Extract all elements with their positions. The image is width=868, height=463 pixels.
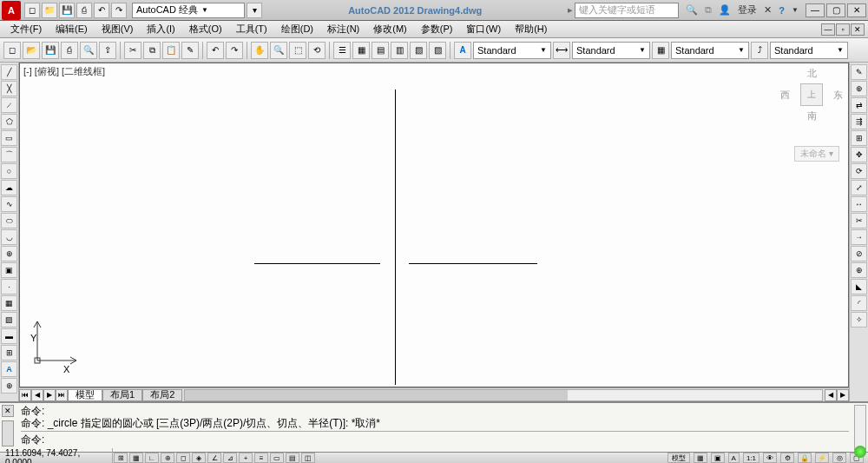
menu-tools[interactable]: 工具(T) — [229, 23, 274, 36]
ws-switch-icon[interactable]: ⚙ — [780, 453, 794, 463]
paste-icon[interactable]: 📋 — [162, 42, 180, 59]
doc-minimize-button[interactable]: — — [821, 23, 835, 36]
zoom-prev-icon[interactable]: ⟲ — [308, 42, 326, 59]
line-icon[interactable]: ╱ — [1, 64, 17, 80]
new-icon[interactable]: ◻ — [24, 3, 40, 18]
insert-icon[interactable]: ⊕ — [1, 246, 17, 261]
properties-icon[interactable]: ☰ — [333, 42, 351, 59]
chevron-down-icon[interactable]: ▼ — [792, 6, 799, 14]
doc-restore-button[interactable]: ▫ — [836, 23, 850, 36]
grid-toggle[interactable]: ▦ — [129, 453, 143, 463]
table-style-dropdown[interactable]: Standard▼ — [671, 42, 749, 59]
polar-toggle[interactable]: ⊕ — [161, 453, 174, 463]
cmd-vertical-scrollbar[interactable] — [854, 405, 866, 450]
maximize-button[interactable]: ▢ — [826, 3, 845, 17]
wcs-badge[interactable]: 未命名 ▾ — [794, 146, 839, 162]
redo-icon[interactable]: ↷ — [226, 42, 243, 59]
menu-format[interactable]: 格式(O) — [182, 23, 229, 36]
scroll-left-icon[interactable]: ◀ — [825, 389, 837, 401]
menu-help[interactable]: 帮助(H) — [508, 23, 554, 36]
region-icon[interactable]: ▬ — [1, 328, 17, 344]
move-icon[interactable]: ✥ — [851, 147, 867, 162]
otrack-toggle[interactable]: ∠ — [207, 453, 221, 463]
ducs-toggle[interactable]: ⊿ — [223, 453, 237, 463]
cmd-drag-handle[interactable] — [2, 420, 14, 446]
copy2-icon[interactable]: ⊕ — [851, 81, 867, 96]
osnap-toggle[interactable]: ◻ — [176, 453, 190, 463]
trusted-autodesk-icon[interactable] — [854, 446, 866, 458]
ellipsearc-icon[interactable]: ◡ — [1, 229, 17, 245]
stretch-icon[interactable]: ↔ — [851, 196, 867, 212]
user-icon[interactable]: 👤 — [719, 4, 731, 16]
point-icon[interactable]: · — [1, 279, 17, 294]
osnap3d-toggle[interactable]: ◈ — [192, 453, 206, 463]
close-button[interactable]: ✕ — [847, 3, 866, 17]
menu-window[interactable]: 窗口(W) — [459, 23, 508, 36]
menu-modify[interactable]: 修改(M) — [366, 23, 414, 36]
scroll-right-icon[interactable]: ▶ — [837, 389, 849, 401]
menu-insert[interactable]: 插入(I) — [140, 23, 181, 36]
publish-icon[interactable]: ⇪ — [99, 42, 116, 59]
menu-dimension[interactable]: 标注(N) — [320, 23, 366, 36]
undo-icon[interactable]: ↶ — [94, 3, 109, 18]
toolbar-lock-icon[interactable]: 🔒 — [798, 453, 812, 463]
ortho-toggle[interactable]: ∟ — [145, 453, 159, 463]
menu-edit[interactable]: 编辑(E) — [49, 23, 95, 36]
horizontal-scrollbar[interactable] — [184, 389, 823, 401]
tab-first-icon[interactable]: ⏮ — [19, 389, 31, 401]
view-cube[interactable]: 北 西上东 南 — [780, 67, 843, 145]
scrollbar-thumb[interactable] — [185, 390, 567, 400]
explode-icon[interactable]: ✧ — [851, 312, 867, 327]
pline-icon[interactable]: ⟋ — [1, 97, 17, 113]
menu-draw[interactable]: 绘图(D) — [274, 23, 320, 36]
hatch-icon[interactable]: ▦ — [1, 295, 17, 311]
tab-layout2[interactable]: 布局2 — [142, 389, 182, 401]
login-label[interactable]: 登录 — [738, 3, 757, 17]
rotate-icon[interactable]: ⟳ — [851, 163, 867, 179]
textstyle-icon[interactable]: A — [454, 42, 471, 59]
match-icon[interactable]: ✎ — [181, 42, 199, 59]
coordinates-display[interactable]: 111.6094, 74.4027, 0.0000 — [0, 448, 113, 463]
tab-layout1[interactable]: 布局1 — [102, 389, 142, 401]
offset-icon[interactable]: ⇶ — [851, 114, 867, 129]
polygon-icon[interactable]: ⬠ — [1, 114, 17, 129]
sc-toggle[interactable]: ◫ — [301, 453, 315, 463]
menu-file[interactable]: 文件(F) — [3, 23, 49, 36]
copy-icon[interactable]: ⧉ — [143, 42, 161, 59]
dyn-toggle[interactable]: + — [239, 453, 253, 463]
mleaderstyle-icon[interactable]: ⤴ — [751, 42, 768, 59]
markup-icon[interactable]: ▧ — [410, 42, 427, 59]
tablestyle-icon[interactable]: ▦ — [652, 42, 669, 59]
block-icon[interactable]: ▣ — [1, 262, 17, 278]
dim-style-dropdown[interactable]: Standard▼ — [572, 42, 650, 59]
mleader-style-dropdown[interactable]: Standard▼ — [770, 42, 848, 59]
quickview-drawings-icon[interactable]: ▣ — [711, 453, 725, 463]
viewport-label[interactable]: [-] [俯视] [二维线框] — [23, 65, 105, 78]
menu-view[interactable]: 视图(V) — [95, 23, 141, 36]
redo-icon[interactable]: ↷ — [111, 3, 127, 18]
spline-icon[interactable]: ∿ — [1, 196, 17, 212]
text-style-dropdown[interactable]: Standard▼ — [473, 42, 551, 59]
undo-icon[interactable]: ↶ — [207, 42, 224, 59]
search-input[interactable]: 键入关键字或短语 — [575, 3, 679, 18]
annovis-toggle[interactable]: 👁 — [763, 453, 777, 463]
quickview-layouts-icon[interactable]: ▦ — [694, 453, 707, 463]
hardware-accel-icon[interactable]: ⚡ — [815, 453, 829, 463]
arc-icon[interactable]: ⌒ — [1, 147, 17, 162]
snap-toggle[interactable]: ⊞ — [114, 453, 128, 463]
minimize-button[interactable]: — — [806, 3, 825, 17]
fillet-icon[interactable]: ◜ — [851, 295, 867, 311]
tool-palette-icon[interactable]: ▤ — [372, 42, 389, 59]
zoom-win-icon[interactable]: ⬚ — [289, 42, 306, 59]
preview-icon[interactable]: 🔍 — [80, 42, 97, 59]
command-input[interactable]: 命令: — [21, 431, 849, 446]
plot-icon[interactable]: ⎙ — [61, 42, 78, 59]
exchange-icon[interactable]: ⧉ — [705, 4, 712, 16]
exchange2-icon[interactable]: ✕ — [764, 4, 772, 16]
annoscale-icon[interactable]: A — [728, 453, 740, 463]
cut-icon[interactable]: ✂ — [124, 42, 141, 59]
gradient-icon[interactable]: ▨ — [1, 312, 17, 327]
menu-parametric[interactable]: 参数(P) — [414, 23, 460, 36]
isolate-icon[interactable]: ◎ — [832, 453, 846, 463]
help-icon[interactable]: ? — [779, 5, 785, 16]
